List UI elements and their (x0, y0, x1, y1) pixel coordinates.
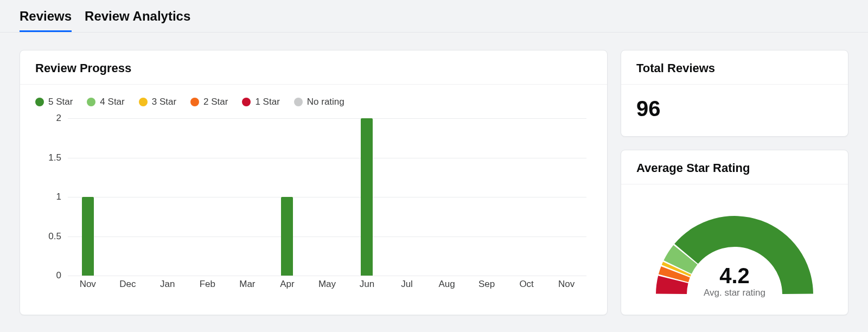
legend-label: 3 Star (152, 97, 176, 107)
gauge-wrap: 4.2 Avg. star rating (621, 184, 848, 315)
bar-cell (227, 118, 267, 276)
bar-cell (267, 118, 308, 276)
avg-rating-card: Average Star Rating 4.2 Avg. star rating (621, 150, 848, 315)
legend-dot-icon (35, 98, 44, 106)
legend-item[interactable]: 5 Star (35, 97, 73, 107)
y-tick-label: 2 (35, 113, 61, 124)
bar-cell (148, 118, 188, 276)
legend-item[interactable]: 4 Star (87, 97, 124, 107)
review-progress-chart: 00.511.52NovDecJanFebMarAprMayJunJulAugS… (35, 118, 592, 292)
x-tick-label: Mar (227, 276, 267, 292)
legend-dot-icon (87, 98, 95, 106)
legend-label: 1 Star (255, 97, 279, 107)
bar-cell (188, 118, 228, 276)
total-reviews-card: Total Reviews 96 (621, 50, 848, 137)
dashboard-content: Review Progress 5 Star4 Star3 Star2 Star… (0, 33, 868, 315)
x-tick-label: Oct (507, 276, 547, 292)
avg-rating-value: 4.2 (719, 265, 750, 286)
legend-item[interactable]: 2 Star (190, 97, 228, 107)
legend-label: 4 Star (100, 97, 124, 107)
y-tick-label: 1 (35, 191, 61, 202)
x-tick-label: Sep (467, 276, 507, 292)
x-axis: NovDecJanFebMarAprMayJunJulAugSepOctNov (68, 276, 586, 292)
total-reviews-title: Total Reviews (621, 50, 848, 85)
bar-cell (307, 118, 347, 276)
x-tick-label: Jul (387, 276, 427, 292)
tabs-bar: Reviews Review Analytics (0, 0, 868, 33)
x-tick-label: Apr (267, 276, 308, 292)
legend-item[interactable]: No rating (294, 97, 344, 107)
x-tick-label: Aug (427, 276, 467, 292)
avg-rating-title: Average Star Rating (621, 150, 848, 184)
x-tick-label: Jun (347, 276, 387, 292)
tab-reviews[interactable]: Reviews (20, 4, 72, 32)
bars-area (68, 118, 586, 276)
x-tick-label: Dec (108, 276, 148, 292)
legend-label: No rating (307, 97, 344, 107)
review-progress-card: Review Progress 5 Star4 Star3 Star2 Star… (20, 50, 608, 315)
x-tick-label: Feb (188, 276, 228, 292)
y-tick-label: 0.5 (35, 231, 61, 242)
x-tick-label: Nov (68, 276, 108, 292)
bar-cell (467, 118, 507, 276)
bar-segment[interactable] (82, 197, 94, 276)
bar-segment[interactable] (281, 197, 293, 276)
tab-review-analytics[interactable]: Review Analytics (85, 4, 190, 32)
bar-segment[interactable] (361, 118, 373, 276)
legend-item[interactable]: 1 Star (242, 97, 279, 107)
review-progress-title: Review Progress (20, 50, 607, 85)
legend-item[interactable]: 3 Star (139, 97, 176, 107)
bar-cell (427, 118, 467, 276)
x-tick-label: Nov (546, 276, 586, 292)
bar-cell (546, 118, 586, 276)
legend-dot-icon (242, 98, 251, 106)
x-tick-label: May (307, 276, 347, 292)
legend-dot-icon (190, 98, 199, 106)
chart-legend: 5 Star4 Star3 Star2 Star1 StarNo rating (20, 85, 607, 107)
legend-dot-icon (139, 98, 148, 106)
x-tick-label: Jan (148, 276, 188, 292)
total-reviews-value: 96 (621, 85, 848, 136)
bar-cell (108, 118, 148, 276)
legend-dot-icon (294, 98, 303, 106)
y-tick-label: 1.5 (35, 152, 61, 163)
chart-wrap: 00.511.52NovDecJanFebMarAprMayJunJulAugS… (20, 107, 607, 304)
bar-cell (387, 118, 427, 276)
legend-label: 2 Star (203, 97, 228, 107)
y-tick-label: 0 (35, 270, 61, 281)
bar-cell (347, 118, 387, 276)
bar-cell (507, 118, 547, 276)
bar-cell (68, 118, 108, 276)
avg-rating-sublabel: Avg. star rating (704, 288, 765, 298)
legend-label: 5 Star (48, 97, 73, 107)
